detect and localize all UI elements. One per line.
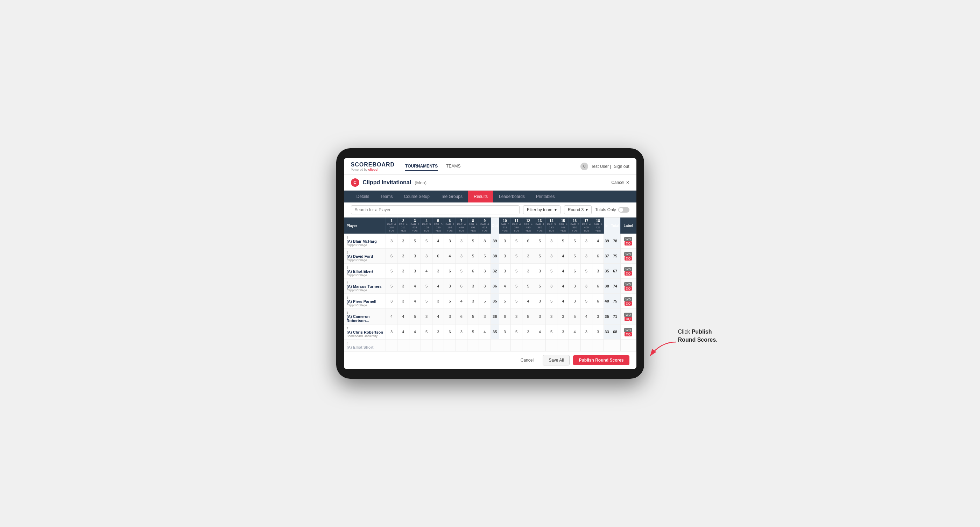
- score-hole-3[interactable]: 3: [409, 249, 420, 264]
- score-cell[interactable]: [433, 340, 444, 351]
- score-hole-14[interactable]: 5: [546, 324, 557, 340]
- score-hole-10[interactable]: 3: [499, 233, 511, 249]
- score-hole-4[interactable]: 5: [420, 279, 432, 294]
- score-hole-3[interactable]: 4: [409, 279, 420, 294]
- score-hole-18[interactable]: 6: [592, 249, 604, 264]
- score-hole-17[interactable]: 4: [581, 309, 592, 324]
- score-hole-1[interactable]: 3: [386, 324, 398, 340]
- score-hole-2[interactable]: 3: [398, 294, 409, 309]
- score-hole-8[interactable]: 5: [467, 233, 479, 249]
- score-hole-11[interactable]: 5: [511, 324, 522, 340]
- score-hole-16[interactable]: 3: [569, 279, 581, 294]
- score-hole-2[interactable]: 3: [398, 279, 409, 294]
- wd-badge[interactable]: WD: [624, 313, 632, 317]
- score-hole-6[interactable]: 3: [444, 279, 455, 294]
- score-cell[interactable]: [499, 340, 511, 351]
- score-hole-11[interactable]: 5: [511, 249, 522, 264]
- score-cell[interactable]: [534, 340, 546, 351]
- score-hole-4[interactable]: 5: [420, 294, 432, 309]
- score-hole-12[interactable]: 3: [522, 264, 534, 279]
- score-hole-16[interactable]: 5: [569, 249, 581, 264]
- score-hole-15[interactable]: 3: [557, 309, 569, 324]
- nav-teams[interactable]: TEAMS: [446, 162, 460, 171]
- score-hole-18[interactable]: 3: [592, 309, 604, 324]
- score-hole-18[interactable]: 6: [592, 294, 604, 309]
- score-cell[interactable]: [455, 340, 467, 351]
- totals-toggle-switch[interactable]: [618, 207, 629, 213]
- round-dropdown[interactable]: Round 3 ▾: [564, 205, 592, 214]
- tab-course-setup[interactable]: Course Setup: [399, 190, 435, 203]
- score-hole-7[interactable]: 6: [455, 279, 467, 294]
- score-hole-16[interactable]: 3: [569, 294, 581, 309]
- score-hole-3[interactable]: 5: [409, 309, 420, 324]
- score-hole-4[interactable]: 5: [420, 233, 432, 249]
- cancel-header-button[interactable]: Cancel ✕: [611, 180, 629, 185]
- score-hole-11[interactable]: 5: [511, 264, 522, 279]
- filter-dropdown[interactable]: Filter by team ▾: [523, 205, 560, 214]
- tab-leaderboards[interactable]: Leaderboards: [493, 190, 530, 203]
- dq-badge[interactable]: DQ: [625, 302, 632, 306]
- score-hole-14[interactable]: 5: [546, 264, 557, 279]
- score-hole-6[interactable]: 3: [444, 233, 455, 249]
- score-hole-17[interactable]: 3: [581, 279, 592, 294]
- wd-badge[interactable]: WD: [624, 282, 632, 286]
- score-cell[interactable]: [467, 340, 479, 351]
- score-cell[interactable]: [479, 340, 490, 351]
- score-hole-6[interactable]: 3: [444, 309, 455, 324]
- score-hole-3[interactable]: 3: [409, 264, 420, 279]
- dq-badge[interactable]: DQ: [625, 317, 632, 321]
- score-hole-9[interactable]: 8: [479, 233, 490, 249]
- wd-badge[interactable]: WD: [624, 252, 632, 256]
- score-hole-13[interactable]: 4: [534, 324, 546, 340]
- score-hole-2[interactable]: 4: [398, 324, 409, 340]
- score-cell[interactable]: [604, 340, 610, 351]
- score-hole-9[interactable]: 5: [479, 294, 490, 309]
- score-hole-18[interactable]: 3: [592, 264, 604, 279]
- score-hole-17[interactable]: 3: [581, 249, 592, 264]
- tab-details[interactable]: Details: [351, 190, 375, 203]
- score-hole-17[interactable]: 3: [581, 233, 592, 249]
- score-hole-1[interactable]: 6: [386, 249, 398, 264]
- dq-badge[interactable]: DQ: [625, 332, 632, 337]
- score-hole-2[interactable]: 3: [398, 264, 409, 279]
- score-hole-17[interactable]: 5: [581, 294, 592, 309]
- score-hole-9[interactable]: 3: [479, 264, 490, 279]
- score-hole-12[interactable]: 5: [522, 309, 534, 324]
- score-hole-15[interactable]: 4: [557, 279, 569, 294]
- score-hole-6[interactable]: 6: [444, 324, 455, 340]
- score-hole-14[interactable]: 3: [546, 249, 557, 264]
- score-hole-13[interactable]: 3: [534, 294, 546, 309]
- score-hole-15[interactable]: 4: [557, 264, 569, 279]
- score-hole-14[interactable]: 3: [546, 279, 557, 294]
- score-cell[interactable]: [386, 340, 398, 351]
- score-hole-11[interactable]: 5: [511, 233, 522, 249]
- score-hole-3[interactable]: 4: [409, 324, 420, 340]
- score-hole-8[interactable]: 5: [467, 324, 479, 340]
- score-hole-14[interactable]: 3: [546, 233, 557, 249]
- score-hole-11[interactable]: 5: [511, 279, 522, 294]
- score-hole-8[interactable]: 5: [467, 309, 479, 324]
- score-hole-13[interactable]: 5: [534, 233, 546, 249]
- score-hole-13[interactable]: 5: [534, 249, 546, 264]
- score-hole-14[interactable]: 3: [546, 309, 557, 324]
- wd-badge[interactable]: WD: [624, 267, 632, 271]
- score-hole-15[interactable]: 4: [557, 294, 569, 309]
- score-hole-12[interactable]: 4: [522, 294, 534, 309]
- score-hole-7[interactable]: 5: [455, 264, 467, 279]
- publish-round-scores-button[interactable]: Publish Round Scores: [573, 355, 629, 365]
- score-cell[interactable]: [490, 340, 499, 351]
- score-hole-11[interactable]: 3: [511, 309, 522, 324]
- dq-badge[interactable]: DQ: [625, 286, 632, 290]
- score-hole-17[interactable]: 3: [581, 324, 592, 340]
- score-cell[interactable]: [546, 340, 557, 351]
- score-cell[interactable]: [409, 340, 420, 351]
- score-hole-7[interactable]: 4: [455, 294, 467, 309]
- score-hole-3[interactable]: 5: [409, 233, 420, 249]
- score-hole-5[interactable]: 4: [433, 233, 444, 249]
- score-hole-9[interactable]: 3: [479, 279, 490, 294]
- score-hole-5[interactable]: 3: [433, 324, 444, 340]
- score-cell[interactable]: [444, 340, 455, 351]
- score-hole-9[interactable]: 3: [479, 309, 490, 324]
- score-cell[interactable]: [420, 340, 432, 351]
- score-hole-1[interactable]: 3: [386, 233, 398, 249]
